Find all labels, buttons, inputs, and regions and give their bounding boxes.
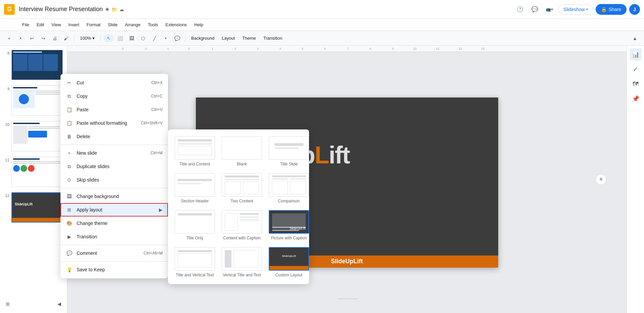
menu-tools[interactable]: Tools xyxy=(144,21,161,29)
layout-preview-content-caption xyxy=(222,210,262,234)
save-keep-icon: 💡 xyxy=(66,266,73,273)
theme-toolbar-btn[interactable]: Theme xyxy=(239,34,259,42)
new-slide-toolbar-btn[interactable]: + xyxy=(4,33,14,43)
ctx-paste[interactable]: 📋 Paste Ctrl+V xyxy=(60,103,168,116)
folder-icon[interactable]: 📁 xyxy=(112,7,117,12)
layout-preview-section-header xyxy=(175,173,215,197)
layout-preview-title-only xyxy=(175,210,215,234)
menu-help[interactable]: Help xyxy=(191,21,207,29)
ctx-transition[interactable]: ▶ Transition xyxy=(60,230,168,243)
cursor-mode-btn[interactable]: ↖ xyxy=(103,34,114,42)
add-slide-btn[interactable]: + xyxy=(596,174,606,185)
menu-insert[interactable]: Insert xyxy=(65,21,83,29)
layout-label-title-slide: Title Slide xyxy=(280,162,298,166)
layout-title-content[interactable]: Title and Content xyxy=(173,135,216,168)
ctx-delete-label: Delete xyxy=(77,134,163,139)
ctx-duplicate[interactable]: ⧉ Duplicate slides xyxy=(60,160,168,173)
panel-bottom-controls: ⊞ ◀ xyxy=(3,298,64,310)
doc-title-text[interactable]: Interview Resume Presentation xyxy=(19,6,103,13)
ctx-change-bg[interactable]: 🖼 Change background xyxy=(60,190,168,203)
ctx-apply-layout[interactable]: ⊞ Apply layout ▶ xyxy=(60,203,168,217)
apply-layout-arrow: ▶ xyxy=(159,207,163,212)
layout-preview-comparison xyxy=(269,173,309,197)
background-toolbar-btn[interactable]: Background xyxy=(188,34,217,42)
line-btn[interactable]: ╱ xyxy=(149,33,160,43)
menu-arrange[interactable]: Arrange xyxy=(122,21,144,29)
tasks-sidebar-btn[interactable]: ✓ xyxy=(630,63,642,75)
ctx-cut-shortcut: Ctrl+X xyxy=(151,80,163,85)
comment-icon-btn[interactable]: 💬 xyxy=(529,3,541,15)
ctx-save-keep[interactable]: 💡 Save to Keep xyxy=(60,263,168,276)
paint-format-btn[interactable]: 🖌 xyxy=(61,33,71,43)
layout-toolbar-btn[interactable]: Layout xyxy=(219,34,238,42)
layout-custom[interactable]: SlideUpLift Custom Layout xyxy=(267,246,310,279)
menu-view[interactable]: View xyxy=(48,21,64,29)
layout-blank[interactable]: Blank xyxy=(220,135,263,168)
star-icon[interactable]: ★ xyxy=(105,6,110,12)
menu-extensions[interactable]: Extensions xyxy=(162,21,190,29)
keep-sidebar-btn[interactable]: 📌 xyxy=(630,93,642,105)
slide-thumb-9[interactable]: 9 xyxy=(3,84,64,117)
ctx-skip[interactable]: ⊙ Skip slides xyxy=(60,173,168,187)
shape-btn[interactable]: ⬡ xyxy=(138,33,148,43)
ctx-comment[interactable]: 💬 Comment Ctrl+Alt+M xyxy=(60,246,168,260)
collapse-panel-btn[interactable]: ◀ xyxy=(54,299,64,309)
comment-toolbar-btn[interactable]: 💬 xyxy=(172,33,182,43)
layout-picture-caption[interactable]: SlideUpLift Picture with Caption xyxy=(267,209,310,242)
slide-thumb-8[interactable]: 8 xyxy=(3,48,64,81)
slide-thumb-12[interactable]: 12 SlideUpLift xyxy=(3,191,64,224)
layout-submenu: Title and Content Blank Title Slide Sect… xyxy=(168,129,309,284)
print-btn[interactable]: 🖨 xyxy=(50,33,60,43)
comment-icon: 💬 xyxy=(66,250,73,257)
cloud-icon[interactable]: ☁ xyxy=(119,7,124,12)
history-icon-btn[interactable]: 🕐 xyxy=(514,3,526,15)
layout-comparison[interactable]: Comparison xyxy=(267,172,310,205)
slide-thumb-10[interactable]: 10 xyxy=(3,120,64,153)
menu-slide[interactable]: Slide xyxy=(104,21,121,29)
layout-label-section-header: Section Header xyxy=(181,199,209,203)
ctx-delete[interactable]: 🗑 Delete xyxy=(60,130,168,143)
menu-edit[interactable]: Edit xyxy=(33,21,47,29)
slideshow-dropdown-icon[interactable]: ▾ xyxy=(586,7,588,11)
layout-title-only[interactable]: Title Only xyxy=(173,209,216,242)
layout-vertical-title[interactable]: Vertical Title and Text xyxy=(220,246,263,279)
slideshow-button[interactable]: Slideshow ▾ xyxy=(558,4,593,14)
menu-file[interactable]: File xyxy=(19,21,33,29)
layout-two-content[interactable]: Two Content xyxy=(220,172,263,205)
zoom-control[interactable]: 100% ▾ xyxy=(77,34,98,42)
ctx-save-keep-label: Save to Keep xyxy=(77,267,163,272)
ctx-duplicate-label: Duplicate slides xyxy=(77,164,163,169)
layout-title-vertical[interactable]: Title and Vertical Text xyxy=(173,246,216,279)
grid-view-btn[interactable]: ⊞ xyxy=(3,299,13,309)
menu-format[interactable]: Format xyxy=(83,21,104,29)
layout-title-slide[interactable]: Title Slide xyxy=(267,135,310,168)
ctx-paste-no-format[interactable]: 📋 Paste without formatting Ctrl+Shift+V xyxy=(60,116,168,130)
redo-btn[interactable]: ↪ xyxy=(38,33,48,43)
share-button[interactable]: 🔒 Share xyxy=(596,4,627,15)
present-options-btn[interactable]: 📺▾ xyxy=(544,3,556,15)
toolbar-divider-2 xyxy=(100,35,101,42)
ctx-new-slide[interactable]: + New slide Ctrl+M xyxy=(60,146,168,160)
sheets-sidebar-btn[interactable]: 📊 xyxy=(630,48,642,61)
menu-bar: File Edit View Insert Format Slide Arran… xyxy=(0,19,644,31)
ctx-copy[interactable]: ⧉ Copy Ctrl+C xyxy=(60,89,168,103)
layout-section-header[interactable]: Section Header xyxy=(173,172,216,205)
toolbar-divider-1 xyxy=(74,35,74,42)
collapse-toolbar-btn[interactable]: ▲ xyxy=(630,33,640,43)
layout-preview-title-content xyxy=(175,136,215,160)
new-slide-dropdown-btn[interactable]: ▾ xyxy=(15,33,26,43)
maps-sidebar-btn[interactable]: 🗺 xyxy=(630,78,642,90)
ctx-change-theme[interactable]: 🎨 Change theme xyxy=(60,217,168,230)
image-btn[interactable]: 🖼 xyxy=(127,33,137,43)
line-dropdown-btn[interactable]: ▾ xyxy=(161,33,171,43)
toolbar-divider-3 xyxy=(185,35,185,42)
ctx-cut[interactable]: ✂ Cut Ctrl+X xyxy=(60,76,168,89)
slide-thumb-11[interactable]: 11 xyxy=(3,155,64,188)
select-btn[interactable]: ⬜ xyxy=(115,33,125,43)
layout-label-content-caption: Content with Caption xyxy=(223,236,260,240)
transition-toolbar-btn[interactable]: Transition xyxy=(260,34,286,42)
user-avatar[interactable]: J xyxy=(629,4,640,15)
layout-content-caption[interactable]: Content with Caption xyxy=(220,209,263,242)
undo-btn[interactable]: ↩ xyxy=(27,33,37,43)
slide-num-10: 10 xyxy=(4,121,9,126)
